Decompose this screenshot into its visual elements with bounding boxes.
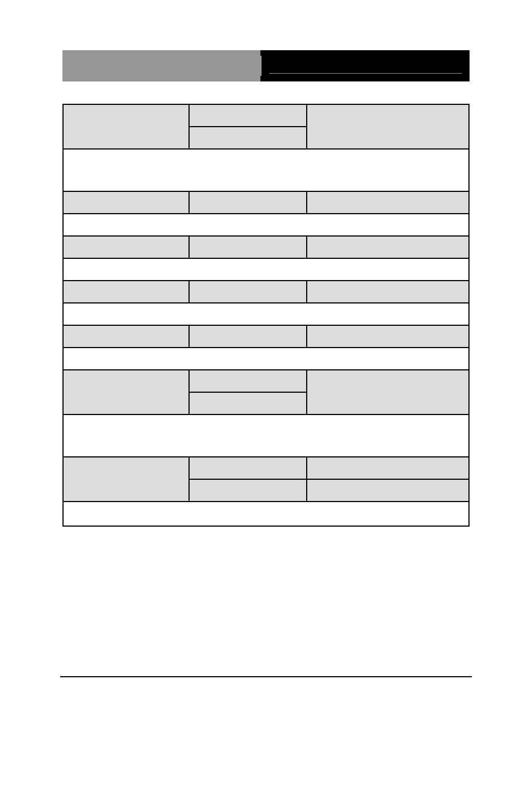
cell-r11-left [63,370,189,415]
header-banner-left [62,50,262,81]
cell-r9-right [307,325,469,348]
cell-r3-left [63,191,189,214]
cell-r3-mid [189,191,307,214]
cell-r12-full [63,415,469,457]
cell-r13-left [63,457,189,502]
cell-r9-left [63,325,189,348]
cell-r13-right-bottom [307,479,469,502]
footer-rule [60,676,472,677]
cell-r1-mid-bottom [189,127,307,149]
cell-r5-left [63,236,189,258]
cell-r13-right-top [307,457,469,479]
cell-r1-left [63,104,189,149]
form-table [62,104,470,527]
cell-r7-right [307,281,469,303]
cell-r11-right [307,370,469,415]
cell-r3-right [307,191,469,214]
cell-r14-full [63,502,469,526]
cell-r2-full [63,149,469,191]
cell-r11-mid-top [189,370,307,392]
cell-r4-full [63,214,469,236]
cell-r13-mid-bottom [189,479,307,502]
cell-r1-mid-top [189,104,307,127]
cell-r10-full [63,348,469,370]
cell-r9-mid [189,325,307,348]
page-container [0,0,532,527]
cell-r5-right [307,236,469,258]
cell-r1-right [307,104,469,149]
cell-r13-mid-top [189,457,307,479]
cell-r7-mid [189,281,307,303]
header-banner-right [262,50,470,81]
cell-r8-full [63,303,469,325]
cell-r6-full [63,258,469,281]
cell-r7-left [63,281,189,303]
cell-r11-mid-bottom [189,392,307,415]
header-banner [62,50,470,81]
cell-r5-mid [189,236,307,258]
